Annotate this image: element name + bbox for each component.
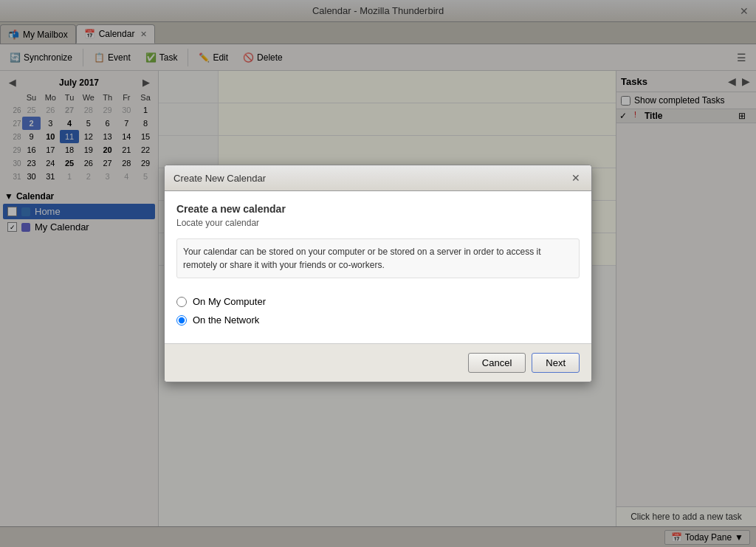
next-button[interactable]: Next [532,353,580,373]
dialog-subheading: Locate your calendar [176,218,580,228]
dialog-title-bar: Create New Calendar ✕ [165,165,591,191]
radio-on-my-computer[interactable] [176,297,187,307]
dialog-heading: Create a new calendar [176,203,580,215]
dialog-options: On My Computer On the Network [176,290,580,331]
option-on-the-network-label: On the Network [193,314,259,326]
dialog-description: Your calendar can be stored on your comp… [176,238,580,278]
option-on-my-computer[interactable]: On My Computer [176,296,580,307]
cancel-button[interactable]: Cancel [468,353,526,373]
option-on-the-network[interactable]: On the Network [176,314,580,326]
dialog-overlay: Create New Calendar ✕ Create a new calen… [0,0,756,547]
dialog-footer: Cancel Next [165,343,591,382]
dialog-title: Create New Calendar [173,173,266,184]
radio-on-the-network[interactable] [176,315,187,326]
create-calendar-dialog: Create New Calendar ✕ Create a new calen… [164,165,592,382]
option-on-my-computer-label: On My Computer [193,296,266,307]
dialog-body: Create a new calendar Locate your calend… [165,191,591,343]
dialog-close-button[interactable]: ✕ [569,171,583,185]
